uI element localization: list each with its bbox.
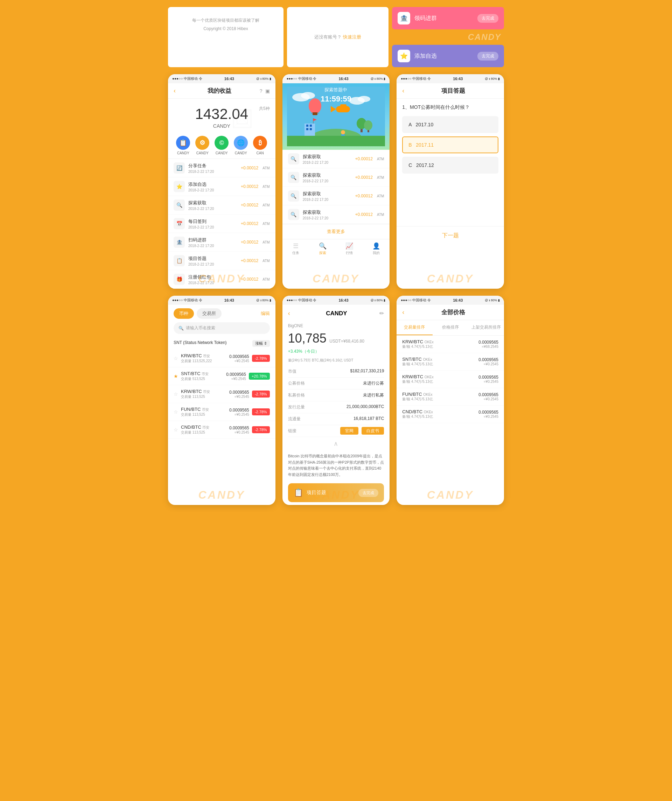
back-btn-3[interactable]: ‹ bbox=[402, 87, 404, 95]
tx-item-4[interactable]: 📅 每日签到 2018-2-22 17:20 +0.00012 ATM bbox=[168, 214, 276, 233]
tx-title-2: 添加自选 bbox=[188, 181, 237, 188]
nav-bar-3: ‹ 项目答题 bbox=[396, 83, 504, 99]
quiz-option-c[interactable]: C 2017.12 bbox=[402, 157, 498, 174]
phone-candy-detail: ●●●○○ 中国移动 令 16:43 @ ᵻ 80% ▮ ‹ CANDY ✏ B… bbox=[282, 296, 390, 505]
star-icon: ⭐ bbox=[398, 50, 410, 62]
nav-market[interactable]: 📈 行情 bbox=[336, 242, 363, 256]
phone-explore: ●●●○○ 中国移动 令 16:43 @ ᵻ 80% ▮ 探索答题中 11:59… bbox=[282, 74, 390, 289]
coin-item-4[interactable]: 🌐 CANDY bbox=[234, 136, 248, 155]
back-btn-5[interactable]: ‹ bbox=[288, 310, 290, 317]
tab-coin[interactable]: 币种 bbox=[174, 308, 194, 319]
coin-item-5[interactable]: ₿ CAN bbox=[253, 136, 267, 155]
status-bar-5: ●●●○○ 中国移动 令 16:43 @ ᵻ 80% ▮ bbox=[282, 296, 390, 305]
carrier-4: ●●●○○ 中国移动 令 bbox=[172, 298, 202, 303]
market-row-5[interactable]: ☆ CND/BTC 币安 交易量 113,525 0.0009565 ≈¥0.2… bbox=[168, 421, 276, 439]
star-5[interactable]: ☆ bbox=[174, 427, 178, 433]
scan-qr-card[interactable]: 🏦 领码进群 去完成 bbox=[392, 7, 504, 29]
star-1[interactable]: ☆ bbox=[174, 355, 178, 361]
nav-profile[interactable]: 👤 我的 bbox=[363, 242, 390, 256]
tx-amount-1: +0.00012 bbox=[241, 166, 258, 170]
add-fav-btn[interactable]: 去完成 bbox=[477, 52, 498, 61]
question-icon[interactable]: ? bbox=[260, 88, 263, 94]
explore-tx-2[interactable]: 🔍 探索获取 2018-2-22 17:20 +0.00012 ATM bbox=[282, 168, 390, 187]
price-row-3[interactable]: KRW/BTC OKEx 量/额 4.74万/5.13亿 0.0009565 ≈… bbox=[396, 371, 504, 388]
official-website-btn[interactable]: 官网 bbox=[340, 427, 358, 434]
market-row-3[interactable]: ☆ KRW/BTC 币安 交易量 113,525 0.0009565 ≈¥0.2… bbox=[168, 385, 276, 403]
tx-item-1[interactable]: 🔄 分享任务 2018-2-22 17:20 +0.00012 ATM bbox=[168, 159, 276, 177]
tx-icon-1: 🔄 bbox=[174, 162, 185, 174]
star-3[interactable]: ☆ bbox=[174, 391, 178, 397]
coin-circle-4: 🌐 bbox=[234, 136, 248, 150]
tab-exchange-rank[interactable]: 上架交易所排序 bbox=[468, 320, 504, 335]
quiz-spacer bbox=[396, 177, 504, 219]
tab-price-rank[interactable]: 价格排序 bbox=[433, 320, 468, 335]
search-bar-4[interactable]: 🔍 请输入币名搜索 bbox=[174, 322, 270, 334]
market-row-1[interactable]: ☆ KRW/BTC 币安 交易量 113,525,222 0.0009565 ≈… bbox=[168, 350, 276, 367]
nav-explore[interactable]: 🔍 探索 bbox=[309, 242, 336, 256]
add-favorite-card[interactable]: ⭐ 添加自选 去完成 bbox=[392, 45, 504, 67]
change-3: -2.78% bbox=[252, 391, 270, 397]
explore-date-1: 2018-2-22 17:20 bbox=[303, 161, 352, 164]
back-btn-6[interactable]: ‹ bbox=[402, 309, 404, 316]
tx-unit-1: ATM bbox=[263, 166, 269, 170]
candy-price-section: 10,785 USDT=¥68,416.80 bbox=[282, 330, 390, 347]
quiz-banner-btn[interactable]: 去完成 bbox=[358, 489, 378, 497]
coin-item-3[interactable]: © CANDY bbox=[214, 136, 229, 155]
price-row-4[interactable]: FUN/BTC OKEx 量/额 4.74万/5.13亿 0.0009565 ≈… bbox=[396, 388, 504, 405]
change-1: -2.78% bbox=[252, 355, 270, 362]
back-btn-1[interactable]: ‹ bbox=[174, 87, 176, 95]
scan-btn[interactable]: 去完成 bbox=[477, 14, 498, 23]
bottom-phones-grid: ●●●○○ 中国移动 令 16:43 @ ᵻ 80% ▮ 币种 交易所 编辑 🔍… bbox=[161, 296, 511, 505]
explore-tx-3[interactable]: 🔍 探索获取 2018-2-22 17:20 +0.00012 ATM bbox=[282, 187, 390, 206]
carrier-6: ●●●○○ 中国移动 令 bbox=[401, 298, 431, 303]
candy-edit-icon[interactable]: ✏ bbox=[379, 310, 384, 317]
explore-info-2: 探索获取 2018-2-22 17:20 bbox=[303, 172, 352, 183]
candy-quiz-banner[interactable]: 📋 项目答题 去完成 bbox=[288, 483, 384, 502]
coin-item-1[interactable]: 📋 CANDY bbox=[176, 136, 190, 155]
coin-item-2[interactable]: ⚙ CANDY bbox=[195, 136, 209, 155]
market-nav-label: 行情 bbox=[346, 251, 353, 256]
register-link[interactable]: 快速注册 bbox=[343, 34, 361, 40]
tx-item-2[interactable]: ⭐ 添加自选 2018-2-22 17:20 +0.00012 ATM bbox=[168, 177, 276, 196]
wallet-icon[interactable]: ▣ bbox=[265, 88, 270, 94]
quiz-option-b[interactable]: B 2017.11 bbox=[402, 137, 498, 153]
nav-task[interactable]: ☰ 任务 bbox=[282, 242, 309, 256]
quiz-option-a[interactable]: A 2017.10 bbox=[402, 116, 498, 133]
tx-amount-5: +0.00012 bbox=[241, 240, 258, 244]
tx-title-1: 分享任务 bbox=[188, 163, 237, 169]
explore-tx-4[interactable]: 🔍 探索获取 2018-2-22 17:20 +0.00012 ATM bbox=[282, 206, 390, 224]
whitepaper-btn[interactable]: 白皮书 bbox=[361, 427, 384, 434]
explore-unit-4: ATM bbox=[377, 213, 384, 217]
explore-info-3: 探索获取 2018-2-22 17:20 bbox=[303, 191, 352, 201]
tab-exchange[interactable]: 交易所 bbox=[197, 308, 222, 319]
tx-item-6[interactable]: 📋 项目答题 2018-2-22 17:20 +0.00012 ATM bbox=[168, 252, 276, 270]
explore-title-2: 探索获取 bbox=[303, 172, 352, 179]
star-4[interactable]: ☆ bbox=[174, 409, 178, 415]
scan-icon: 🏦 bbox=[398, 12, 410, 24]
tab-volume-rank[interactable]: 交易量排序 bbox=[396, 320, 432, 335]
market-row-2[interactable]: ★ SNT/BTC 币安 交易量 513,525 0.0009565 ≈¥0.2… bbox=[168, 367, 276, 385]
price-col-3: 0.0009565 ≈¥0.2545 bbox=[229, 390, 249, 399]
price-row-1[interactable]: KRW/BTC OKEx 量/额 4.74万/5.13亿 0.0009565 ≈… bbox=[396, 336, 504, 353]
coin-label-5: CAN bbox=[256, 151, 264, 155]
tx-title-3: 探索获取 bbox=[188, 200, 237, 206]
expand-icon[interactable]: ∧ bbox=[282, 437, 390, 450]
tx-item-3[interactable]: 🔍 探索获取 2018-2-22 17:20 +0.00012 ATM bbox=[168, 196, 276, 214]
tx-title-5: 扫码进群 bbox=[188, 237, 237, 243]
price-row-5[interactable]: CND/BTC OKEx 量/额 4.74万/5.13亿 0.0009565 ≈… bbox=[396, 405, 504, 423]
explore-icon-4: 🔍 bbox=[288, 209, 299, 220]
edit-button[interactable]: 编辑 bbox=[261, 310, 270, 317]
price-row-2[interactable]: SNT/BTC OKEx 量/额 4.74万/5.13亿 0.0009565 ≈… bbox=[396, 353, 504, 371]
profile-nav-label: 我的 bbox=[373, 251, 380, 256]
candy-vol-text: 量(24h) 5.79万 BTC,额(24h) 6.16亿 USDT bbox=[282, 357, 390, 366]
star-2[interactable]: ★ bbox=[174, 373, 178, 379]
view-more-btn[interactable]: 查看更多 bbox=[282, 224, 390, 239]
tx-title-4: 每日签到 bbox=[188, 218, 237, 225]
next-question-btn[interactable]: 下一题 bbox=[396, 226, 504, 245]
tx-amount-3: +0.00012 bbox=[241, 203, 258, 207]
tx-item-7[interactable]: 🎁 注册领红包 2018-2-22 17:20 +0.00012 ATM bbox=[168, 270, 276, 289]
market-row-4[interactable]: ☆ FUN/BTC 币安 交易量 113,525 0.0009565 ≈¥0.2… bbox=[168, 403, 276, 421]
tx-item-5[interactable]: 🏦 扫码进群 2018-2-22 17:20 +0.00012 ATM bbox=[168, 233, 276, 252]
intro-text: 每一个优质区块链项目都应该被了解 bbox=[175, 18, 277, 23]
explore-tx-1[interactable]: 🔍 探索获取 2018-2-22 17:20 +0.00012 ATM bbox=[282, 150, 390, 168]
